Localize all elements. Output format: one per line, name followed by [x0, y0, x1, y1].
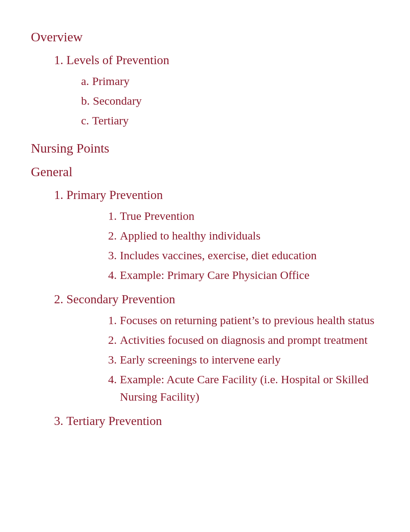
primary-sub-3: 3. Includes vaccines, exercise, diet edu… [108, 246, 379, 264]
outline-container: Overview 1. Levels of Prevention a. Prim… [31, 27, 379, 430]
general-item-3: 3. Tertiary Prevention [54, 411, 379, 430]
secondary-sub-3-label: Early screenings to intervene early [120, 351, 281, 368]
secondary-sub-1-number: 1. [108, 311, 117, 329]
general-item-1-label: Primary Prevention [66, 185, 163, 204]
overview-sub-a: a. Primary [81, 72, 379, 90]
general-item-1-number: 1. [54, 185, 63, 204]
primary-sub-2-label: Applied to healthy individuals [120, 227, 261, 244]
general-item-3-label: Tertiary Prevention [66, 411, 162, 430]
general-heading: General [31, 162, 379, 182]
primary-sub-4-number: 4. [108, 266, 117, 284]
overview-sub-c-letter: c. [81, 112, 89, 129]
overview-sub-b-letter: b. [81, 92, 90, 109]
overview-sub-c: c. Tertiary [81, 112, 379, 129]
nursing-points-heading: Nursing Points [31, 138, 379, 158]
general-item-3-number: 3. [54, 411, 63, 430]
general-item-2-label: Secondary Prevention [66, 290, 175, 308]
overview-heading: Overview [31, 27, 379, 47]
secondary-sub-4: 4. Example: Acute Care Facility (i.e. Ho… [108, 371, 379, 405]
secondary-sub-3: 3. Early screenings to intervene early [108, 351, 379, 368]
primary-sub-4-label: Example: Primary Care Physician Office [120, 266, 310, 284]
secondary-sub-2-number: 2. [108, 331, 117, 348]
overview-item-1: 1. Levels of Prevention [54, 51, 379, 69]
general-item-1: 1. Primary Prevention [54, 185, 379, 204]
primary-sub-4: 4. Example: Primary Care Physician Offic… [108, 266, 379, 284]
secondary-sub-3-number: 3. [108, 351, 117, 368]
overview-sub-b-label: Secondary [93, 92, 142, 109]
overview-sub-a-label: Primary [92, 72, 130, 90]
primary-sub-3-number: 3. [108, 246, 117, 264]
general-item-2: 2. Secondary Prevention [54, 290, 379, 308]
overview-item-1-label: Levels of Prevention [66, 51, 169, 69]
secondary-sub-1: 1. Focuses on returning patient’s to pre… [108, 311, 379, 329]
secondary-sub-4-label: Example: Acute Care Facility (i.e. Hospi… [120, 371, 380, 405]
secondary-sub-4-number: 4. [108, 371, 117, 388]
overview-sub-b: b. Secondary [81, 92, 379, 109]
secondary-sub-2: 2. Activities focused on diagnosis and p… [108, 331, 379, 348]
primary-sub-1-label: True Prevention [120, 207, 195, 224]
secondary-sub-1-label: Focuses on returning patient’s to previo… [120, 311, 374, 329]
primary-sub-2: 2. Applied to healthy individuals [108, 227, 379, 244]
overview-sub-a-letter: a. [81, 72, 89, 90]
secondary-sub-2-label: Activities focused on diagnosis and prom… [120, 331, 368, 348]
general-item-2-number: 2. [54, 290, 63, 308]
primary-sub-3-label: Includes vaccines, exercise, diet educat… [120, 246, 317, 264]
overview-item-1-number: 1. [54, 51, 63, 69]
primary-sub-1: 1. True Prevention [108, 207, 379, 224]
primary-sub-2-number: 2. [108, 227, 117, 244]
primary-sub-1-number: 1. [108, 207, 117, 224]
overview-sub-c-label: Tertiary [92, 112, 129, 129]
